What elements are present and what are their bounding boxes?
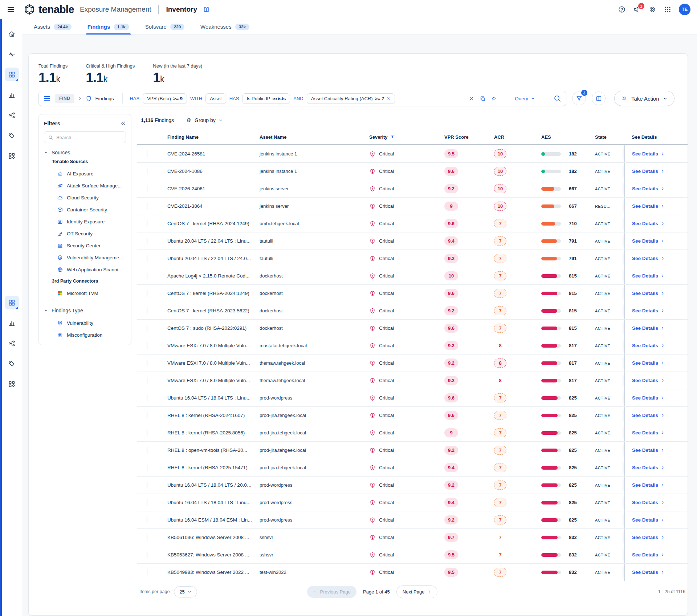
column-header-state[interactable]: State [591, 134, 624, 140]
filter-item-microsoft-tvm[interactable]: Microsoft TVM [44, 287, 126, 299]
row-checkbox[interactable] [147, 534, 147, 541]
row-checkbox[interactable] [147, 307, 147, 314]
column-header-severity[interactable]: Severity [362, 134, 440, 140]
row-checkbox[interactable] [147, 220, 147, 227]
column-header-acr[interactable]: ACR [489, 134, 533, 140]
row-checkbox[interactable] [147, 168, 147, 175]
finding-row[interactable]: KB5061036: Windows Server 2008 ... sshsv… [137, 529, 688, 546]
next-page-button[interactable]: Next Page [396, 585, 438, 598]
see-details-link[interactable]: See Details [632, 308, 665, 313]
see-details-link[interactable]: See Details [632, 186, 665, 191]
row-checkbox[interactable] [147, 325, 147, 332]
finding-row[interactable]: VMware ESXi 7.0 / 8.0 Multiple Vuln... m… [137, 337, 688, 354]
see-details-link[interactable]: See Details [632, 343, 665, 348]
finding-row[interactable]: Ubuntu 20.04 LTS / 22.04 LTS / 24.0... t… [137, 250, 688, 267]
column-header-finding-name[interactable]: Finding Name [160, 134, 253, 140]
row-checkbox[interactable] [147, 272, 147, 279]
filter-item-container-security[interactable]: Container Security [44, 204, 126, 216]
filter-item-attack-surface-manage[interactable]: Attack Surface Manage... [44, 180, 126, 192]
row-checkbox[interactable] [147, 377, 147, 384]
finding-row[interactable]: VMware ESXi 7.0 / 8.0 Multiple Vuln... t… [137, 372, 688, 389]
page-size-select[interactable]: 25 [174, 586, 197, 597]
tab-software[interactable]: Software 220 [144, 19, 186, 35]
see-details-link[interactable]: See Details [632, 273, 665, 279]
query-condition-chip[interactable]: Asset Criticality Rating (ACR) >= 7 [307, 93, 395, 104]
see-details-link[interactable]: See Details [632, 151, 665, 157]
clear-query-icon[interactable] [468, 96, 474, 102]
finding-row[interactable]: VMware ESXi 7.0 / 8.0 Multiple Vuln... t… [137, 354, 688, 372]
rail-item-chart[interactable] [5, 316, 19, 330]
finding-row[interactable]: CentOS 7 : kernel (RHSA-2023:5622) docke… [137, 302, 688, 320]
see-details-link[interactable]: See Details [632, 570, 665, 575]
see-details-link[interactable]: See Details [632, 378, 665, 383]
tab-assets[interactable]: Assets 24.4k [32, 19, 73, 35]
filter-item-vulnerability[interactable]: Vulnerability [44, 317, 126, 329]
see-details-link[interactable]: See Details [632, 256, 665, 261]
filter-item-misconfiguration[interactable]: Misconfiguration [44, 329, 126, 341]
row-checkbox[interactable] [147, 342, 147, 349]
take-action-button[interactable]: Take Action [614, 91, 674, 106]
save-query-star-icon[interactable] [491, 96, 497, 102]
finding-row[interactable]: CentOS 7 : kernel (RHSA-2024:1249) ombi.… [137, 215, 688, 232]
app-switcher-icon[interactable] [664, 5, 672, 13]
finding-row[interactable]: Ubuntu 16.04 LTS / 18.04 LTS : Linu... p… [137, 389, 688, 407]
rail-item-tag[interactable] [5, 129, 19, 142]
see-details-link[interactable]: See Details [632, 517, 665, 523]
rail-item-flow[interactable] [5, 108, 19, 122]
docs-book-icon[interactable] [203, 6, 210, 13]
hamburger-menu-icon[interactable] [7, 5, 15, 14]
row-checkbox[interactable] [147, 255, 147, 262]
tab-findings[interactable]: Findings 1.1k [86, 19, 131, 35]
rail-item-flow[interactable] [5, 336, 19, 350]
finding-row[interactable]: CVE-2024-1086 jenkins instance 1 Critica… [137, 163, 688, 180]
row-checkbox[interactable] [147, 551, 147, 558]
rail-item-chart[interactable] [5, 88, 19, 102]
see-details-link[interactable]: See Details [632, 360, 665, 366]
settings-gear-icon[interactable] [648, 5, 656, 13]
row-checkbox[interactable] [147, 516, 147, 523]
remove-condition-icon[interactable] [387, 97, 391, 101]
filters-funnel-button[interactable]: 3 [572, 92, 586, 105]
rail-item-pulse[interactable] [5, 47, 19, 61]
row-checkbox[interactable] [147, 185, 147, 192]
see-details-link[interactable]: See Details [632, 395, 665, 401]
row-checkbox[interactable] [147, 203, 147, 210]
see-details-link[interactable]: See Details [632, 325, 665, 331]
previous-page-button[interactable]: Previous Page [307, 586, 356, 598]
filter-item-identity-exposure[interactable]: Identity Exposure [44, 216, 126, 228]
query-condition-chip[interactable]: Is Public IP exists [242, 93, 290, 104]
finding-row[interactable]: Ubuntu 16.04 LTS / 18.04 LTS / 20.04... … [137, 477, 688, 494]
run-search-icon[interactable] [553, 94, 562, 103]
see-details-link[interactable]: See Details [632, 203, 665, 209]
row-checkbox[interactable] [147, 290, 147, 297]
query-condition-chip[interactable]: Asset [205, 93, 226, 104]
see-details-link[interactable]: See Details [632, 238, 665, 244]
sort-filter-icon[interactable] [390, 135, 395, 139]
finding-row[interactable]: RHEL 8 : kernel (RHSA-2025:15471) prod-j… [137, 459, 688, 477]
row-checkbox[interactable] [147, 412, 147, 419]
row-checkbox[interactable] [147, 150, 147, 157]
row-checkbox[interactable] [147, 569, 147, 576]
rail-item-inventory[interactable] [5, 296, 19, 309]
query-condition-chip[interactable]: VPR (Beta) >= 9 [143, 93, 187, 104]
see-details-link[interactable]: See Details [632, 500, 665, 505]
rail-item-home[interactable] [5, 27, 19, 41]
finding-row[interactable]: Ubuntu 20.04 LTS / 22.04 LTS : Linu... t… [137, 232, 688, 250]
rail-item-blocks[interactable] [5, 149, 19, 163]
user-avatar[interactable]: TE [679, 4, 690, 15]
row-checkbox[interactable] [147, 464, 147, 471]
see-details-link[interactable]: See Details [632, 413, 665, 418]
see-details-link[interactable]: See Details [632, 552, 665, 558]
filter-item-cloud-security[interactable]: Cloud Security [44, 192, 126, 204]
column-header-vpr-score[interactable]: VPR Score [440, 134, 489, 140]
see-details-link[interactable]: See Details [632, 447, 665, 453]
finding-row[interactable]: RHEL 8 : kernel (RHSA-2025:8056) prod-ji… [137, 424, 688, 442]
row-checkbox[interactable] [147, 360, 147, 366]
finding-row[interactable]: KB5049983: Windows Server 2022 ... test-… [137, 564, 688, 581]
finding-row[interactable]: Ubuntu 16.04 ESM / 18.04 ESM : Lin... pr… [137, 511, 688, 529]
see-details-link[interactable]: See Details [632, 221, 665, 226]
collapse-panel-icon[interactable] [121, 121, 126, 126]
query-dropdown[interactable]: Query [515, 96, 535, 101]
finding-row[interactable]: RHEL 8 : open-vm-tools (RHSA-20... prod-… [137, 442, 688, 459]
finding-row[interactable]: Apache Log4j < 2.15.0 Remote Cod... dock… [137, 267, 688, 285]
